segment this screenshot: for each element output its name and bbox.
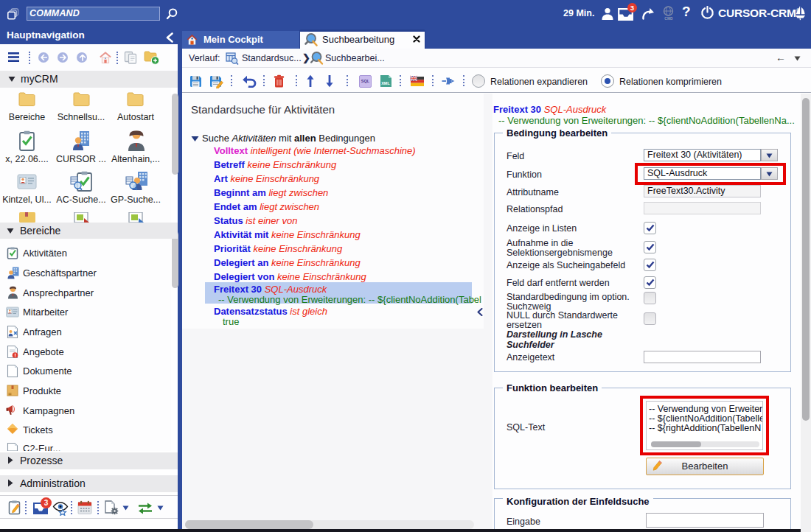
svg-text:XML: XML	[381, 81, 390, 85]
